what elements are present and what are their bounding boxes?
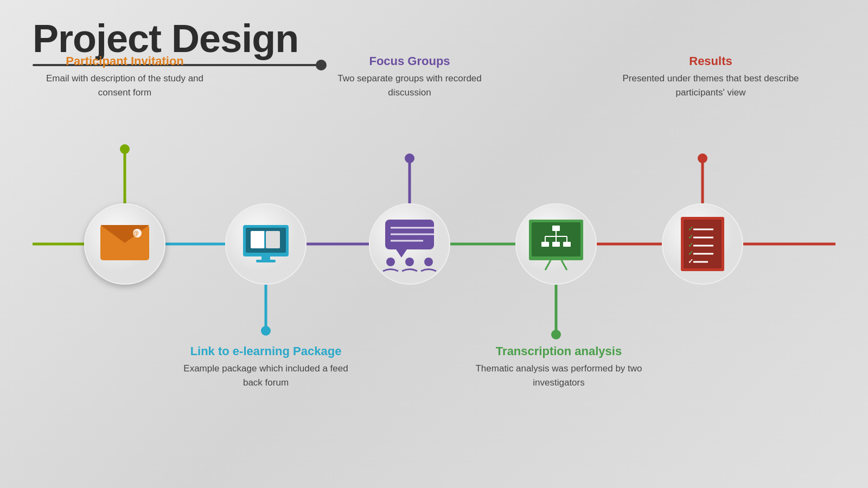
svg-text:✓: ✓ (688, 249, 693, 257)
label-elearning-desc: Example package which included a feed ba… (182, 362, 350, 389)
svg-point-7 (551, 330, 561, 339)
svg-rect-46 (552, 242, 560, 247)
svg-text:✓: ✓ (688, 258, 693, 265)
svg-point-1 (120, 144, 130, 154)
label-transcription-desc: Thematic analysis was performed by two i… (469, 362, 648, 389)
svg-point-5 (405, 153, 414, 163)
svg-text:@: @ (133, 230, 139, 236)
label-participant-invitation-desc: Email with description of the study and … (43, 72, 206, 99)
label-focus-groups: Focus Groups Two separate groups with re… (326, 54, 494, 99)
svg-rect-47 (563, 242, 571, 247)
svg-point-34 (424, 258, 433, 266)
label-transcription: Transcription analysis Thematic analysis… (469, 344, 648, 389)
label-elearning: Link to e-learning Package Example packa… (182, 344, 350, 389)
svg-text:✓: ✓ (688, 225, 693, 233)
label-transcription-title: Transcription analysis (469, 344, 648, 358)
label-participant-invitation: Participant Invitation Email with descri… (43, 54, 206, 99)
svg-rect-45 (541, 242, 549, 247)
label-results-title: Results (618, 54, 803, 68)
svg-point-3 (261, 326, 271, 336)
svg-rect-39 (552, 226, 560, 231)
svg-text:✓: ✓ (688, 233, 693, 241)
label-results: Results Presented under themes that best… (618, 54, 803, 99)
label-results-desc: Presented under themes that best describ… (618, 72, 803, 99)
svg-rect-21 (266, 231, 280, 248)
label-focus-groups-desc: Two separate groups with recorded discus… (326, 72, 494, 99)
label-elearning-title: Link to e-learning Package (182, 344, 350, 358)
svg-rect-24 (256, 260, 276, 262)
svg-rect-20 (251, 231, 265, 248)
label-focus-groups-title: Focus Groups (326, 54, 494, 68)
label-participant-invitation-title: Participant Invitation (43, 54, 206, 68)
svg-point-32 (386, 258, 395, 266)
svg-text:✓: ✓ (688, 241, 693, 249)
svg-point-33 (405, 258, 414, 266)
svg-point-9 (698, 153, 707, 163)
